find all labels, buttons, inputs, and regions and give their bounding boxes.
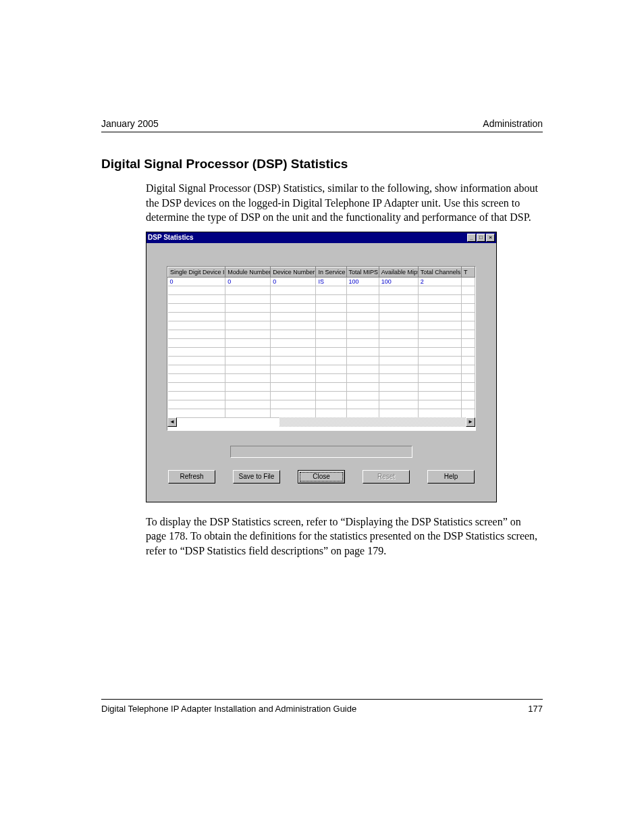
table-cell — [346, 312, 379, 321]
table-row[interactable] — [168, 400, 475, 409]
table-row[interactable] — [168, 409, 475, 417]
help-button[interactable]: Help — [427, 470, 475, 484]
dsp-table-container: Single Digit Device ID Module Number Dev… — [167, 266, 476, 431]
table-row[interactable]: 000IS1001002 — [168, 277, 475, 286]
button-row: Refresh Save to File Close Reset Help — [167, 470, 476, 484]
close-button[interactable]: Close — [298, 470, 345, 484]
header-date: January 2005 — [101, 118, 159, 129]
table-cell — [346, 391, 379, 400]
table-row[interactable] — [168, 373, 475, 382]
table-cell — [168, 391, 225, 400]
dsp-table: Single Digit Device ID Module Number Dev… — [167, 267, 475, 427]
table-cell — [168, 347, 225, 356]
table-cell — [225, 409, 271, 417]
reset-button: Reset — [363, 470, 410, 484]
table-header-row: Single Digit Device ID Module Number Dev… — [168, 267, 475, 277]
table-row[interactable] — [168, 303, 475, 312]
table-row[interactable] — [168, 382, 475, 391]
table-cell — [271, 373, 316, 382]
table-cell — [418, 365, 461, 373]
table-row[interactable] — [168, 321, 475, 330]
table-cell — [316, 338, 346, 347]
table-cell — [271, 356, 316, 365]
table-cell — [346, 400, 379, 409]
table-cell: 0 — [271, 277, 316, 286]
table-cell — [316, 330, 346, 338]
table-row[interactable] — [168, 286, 475, 294]
table-row[interactable] — [168, 347, 475, 356]
scroll-right-icon[interactable]: ► — [466, 417, 475, 427]
table-cell — [461, 321, 475, 330]
table-row[interactable] — [168, 330, 475, 338]
col-device-id[interactable]: Single Digit Device ID — [168, 267, 225, 277]
table-cell — [346, 330, 379, 338]
table-row[interactable] — [168, 294, 475, 303]
table-row[interactable] — [168, 365, 475, 373]
table-cell — [461, 347, 475, 356]
table-cell — [316, 409, 346, 417]
scroll-left-icon[interactable]: ◄ — [167, 417, 177, 427]
table-cell: 100 — [379, 277, 418, 286]
table-cell — [418, 347, 461, 356]
table-cell — [225, 347, 271, 356]
save-to-file-button[interactable]: Save to File — [233, 470, 280, 484]
table-cell — [271, 365, 316, 373]
table-cell — [461, 382, 475, 391]
horizontal-scrollbar[interactable]: ◄ ► — [167, 417, 475, 427]
table-cell — [271, 286, 316, 294]
table-row[interactable] — [168, 391, 475, 400]
table-cell — [168, 321, 225, 330]
table-cell — [271, 400, 316, 409]
scroll-track[interactable] — [279, 417, 466, 427]
table-cell — [461, 391, 475, 400]
table-cell — [418, 330, 461, 338]
page-footer: Digital Telephone IP Adapter Installatio… — [101, 699, 543, 714]
col-device-number[interactable]: Device Number — [271, 267, 316, 277]
col-available-mips[interactable]: Available Mips — [379, 267, 418, 277]
table-cell — [225, 286, 271, 294]
table-row[interactable] — [168, 312, 475, 321]
col-total-mips[interactable]: Total MIPS — [346, 267, 379, 277]
table-cell — [461, 373, 475, 382]
table-cell — [418, 356, 461, 365]
section-title: Digital Signal Processor (DSP) Statistic… — [101, 157, 543, 172]
refresh-button[interactable]: Refresh — [168, 470, 215, 484]
maximize-icon[interactable]: □ — [477, 234, 485, 242]
table-cell — [379, 409, 418, 417]
table-cell — [346, 347, 379, 356]
table-cell — [418, 303, 461, 312]
table-cell — [379, 347, 418, 356]
table-cell — [461, 365, 475, 373]
table-cell — [379, 321, 418, 330]
table-cell — [346, 365, 379, 373]
table-cell — [418, 321, 461, 330]
table-cell — [225, 330, 271, 338]
col-truncated[interactable]: T — [461, 267, 475, 277]
window-titlebar[interactable]: DSP Statistics _ □ × — [146, 232, 496, 243]
table-cell — [346, 294, 379, 303]
scroll-thumb-area[interactable] — [177, 417, 279, 427]
table-cell — [418, 294, 461, 303]
table-cell — [461, 330, 475, 338]
table-cell — [379, 391, 418, 400]
table-cell — [168, 338, 225, 347]
table-cell — [461, 312, 475, 321]
table-cell — [379, 312, 418, 321]
table-cell — [379, 400, 418, 409]
window-title: DSP Statistics — [148, 234, 194, 241]
header-section: Administration — [483, 118, 543, 129]
col-in-service[interactable]: In Service — [316, 267, 346, 277]
table-cell — [168, 303, 225, 312]
table-cell — [379, 286, 418, 294]
close-icon[interactable]: × — [486, 234, 495, 242]
table-row[interactable] — [168, 356, 475, 365]
table-cell — [168, 286, 225, 294]
table-cell — [271, 303, 316, 312]
minimize-icon[interactable]: _ — [467, 234, 476, 242]
table-cell — [316, 294, 346, 303]
table-cell: 0 — [225, 277, 271, 286]
table-row[interactable] — [168, 338, 475, 347]
table-cell — [168, 356, 225, 365]
col-module-number[interactable]: Module Number — [225, 267, 271, 277]
col-total-channels[interactable]: Total Channels — [418, 267, 461, 277]
